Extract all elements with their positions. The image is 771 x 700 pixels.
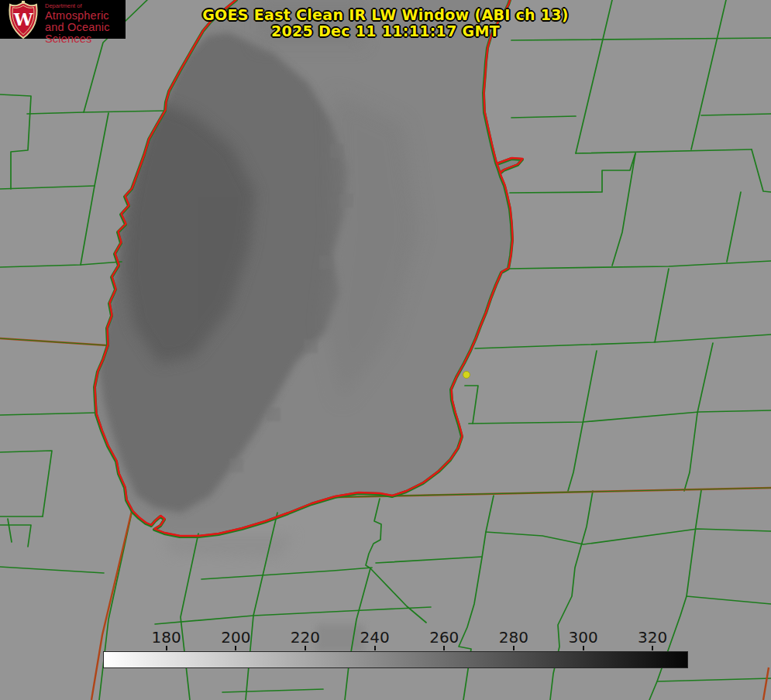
colorbar-tick-label: 220 xyxy=(291,628,320,647)
dept-name-line2: and Oceanic Sciences xyxy=(45,22,126,44)
colorbar-tick-label: 260 xyxy=(429,628,459,647)
dept-of-label: Department of xyxy=(45,3,126,9)
svg-text:W: W xyxy=(13,9,33,29)
dept-name-line1: Atmospheric xyxy=(45,10,126,22)
lake-dark-patch xyxy=(339,194,353,208)
lake-dark-patch xyxy=(330,144,344,158)
lake-dark-patch xyxy=(319,256,333,269)
colorbar-tick-label: 200 xyxy=(221,628,250,647)
uw-madison-crest-icon: W xyxy=(6,1,40,39)
colorbar-tick-label: 240 xyxy=(360,628,390,647)
map-overlay-svg xyxy=(0,0,771,700)
lake-dark-patch xyxy=(267,407,281,421)
colorbar-tick-label: 180 xyxy=(152,628,181,647)
institution-logo: W Department of Atmospheric and Oceanic … xyxy=(0,0,126,39)
colorbar-tick-label: 280 xyxy=(499,628,528,647)
station-marker-dot xyxy=(463,372,470,379)
institution-name: Department of Atmospheric and Oceanic Sc… xyxy=(45,3,126,44)
lake-dark-patch xyxy=(304,339,318,353)
temperature-colorbar: 180200220240260280300320 xyxy=(103,651,688,668)
lake-dark-patch xyxy=(256,0,364,46)
lake-dark-patch xyxy=(229,458,243,472)
land-dark-patch xyxy=(316,624,364,652)
colorbar-tick-label: 300 xyxy=(568,628,597,647)
satellite-map-canvas: GOES East Clean IR LW Window (ABI ch 13)… xyxy=(0,0,771,700)
colorbar-tick-label: 320 xyxy=(638,628,667,647)
